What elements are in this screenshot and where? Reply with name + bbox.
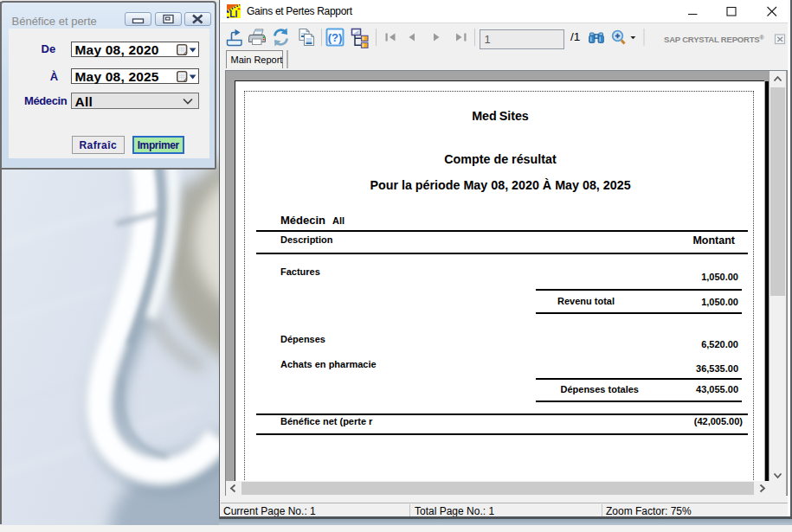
svg-text:(?): (?): [328, 31, 343, 44]
svg-text:LI: LI: [229, 9, 237, 18]
